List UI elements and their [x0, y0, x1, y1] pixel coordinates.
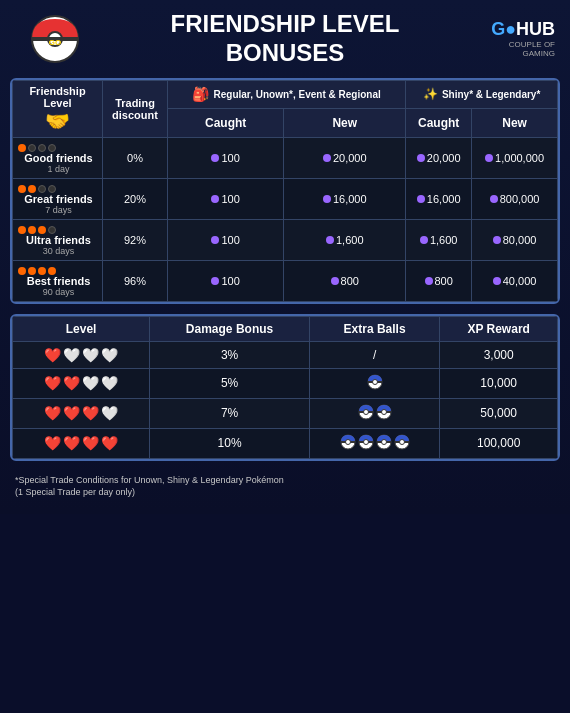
- trade-header-row1: Friendship Level 🤝 Trading discount 🎒 Re…: [13, 80, 558, 109]
- gohub-sub: COUPLE OF GAMING: [475, 40, 555, 58]
- col-trading-header: Trading discount: [103, 80, 168, 137]
- svg-point-24: [399, 439, 404, 444]
- heart-full-icon: ❤️: [44, 347, 61, 363]
- new-cell-1: 16,000: [284, 178, 406, 219]
- discount-cell-1: 20%: [103, 178, 168, 219]
- shiny-new-cell-2: 80,000: [472, 219, 558, 260]
- heart-full-icon: ❤️: [63, 405, 80, 421]
- balls-cell-3: [309, 428, 439, 458]
- gohub-text: G●HUB: [475, 20, 555, 38]
- bonus-row-1: ❤️❤️🤍🤍 5% 10,000: [13, 368, 558, 398]
- heart-empty-icon: 🤍: [82, 347, 99, 363]
- friend-days-1: 7 days: [18, 205, 99, 215]
- gohub-logo: G●HUB COUPLE OF GAMING: [475, 20, 555, 58]
- heart-full-icon: ❤️: [101, 435, 118, 451]
- bonus-table-container: Level Damage Bonus Extra Balls XP Reward…: [10, 314, 560, 461]
- heart-full-icon: ❤️: [63, 375, 80, 391]
- col-shiny-header: ✨ Shiny* & Legendary*: [406, 80, 558, 109]
- new-cell-2: 1,600: [284, 219, 406, 260]
- damage-cell-0: 3%: [150, 341, 310, 368]
- ball-icon-1: [376, 404, 392, 423]
- xp-cell-0: 3,000: [440, 341, 558, 368]
- ball-icon-2: [376, 434, 392, 453]
- friendship-cell-3: Best friends 90 days: [13, 260, 103, 301]
- header: GO Friendship Level Bonuses G●HUB COUPLE…: [10, 10, 560, 68]
- damage-cell-2: 7%: [150, 398, 310, 428]
- shiny-new-cell-0: 1,000,000: [472, 137, 558, 178]
- balls-cell-2: [309, 398, 439, 428]
- new-cell-3: 800: [284, 260, 406, 301]
- heart-full-icon: ❤️: [82, 435, 99, 451]
- ball-icon-0: [358, 404, 374, 423]
- trade-tbody: Good friends 1 day 0% 100 20,000 20,000 …: [13, 137, 558, 301]
- shiny-new-cell-3: 40,000: [472, 260, 558, 301]
- shiny-caught-cell-0: 20,000: [406, 137, 472, 178]
- discount-cell-2: 92%: [103, 219, 168, 260]
- caught-cell-2: 100: [168, 219, 284, 260]
- ball-icon-3: [394, 434, 410, 453]
- heart-full-icon: ❤️: [63, 435, 80, 451]
- xp-cell-2: 50,000: [440, 398, 558, 428]
- bonus-header-row: Level Damage Bonus Extra Balls XP Reward: [13, 316, 558, 341]
- heart-full-icon: ❤️: [44, 375, 61, 391]
- xp-cell-1: 10,000: [440, 368, 558, 398]
- heart-full-icon: ❤️: [44, 435, 61, 451]
- friend-days-2: 30 days: [18, 246, 99, 256]
- bonus-row-0: ❤️🤍🤍🤍 3% / 3,000: [13, 341, 558, 368]
- balls-cell-1: [309, 368, 439, 398]
- friendship-cell-1: Great friends 7 days: [13, 178, 103, 219]
- footer-note: *Special Trade Conditions for Unown, Shi…: [10, 469, 560, 504]
- shiny-icon: ✨: [423, 87, 438, 101]
- svg-point-9: [363, 409, 368, 414]
- friend-name-0: Good friends: [18, 152, 99, 164]
- trade-table: Friendship Level 🤝 Trading discount 🎒 Re…: [12, 80, 558, 302]
- friend-days-3: 90 days: [18, 287, 99, 297]
- trade-row-1: Great friends 7 days 20% 100 16,000 16,0…: [13, 178, 558, 219]
- svg-point-21: [381, 439, 386, 444]
- pokemon-go-logo: GO: [15, 14, 95, 64]
- ball-icon-0: [340, 434, 356, 453]
- svg-point-15: [345, 439, 350, 444]
- pokeball-logo-icon: GO: [30, 14, 80, 64]
- regular-icon: 🎒: [192, 86, 209, 102]
- discount-cell-0: 0%: [103, 137, 168, 178]
- sub-new-2: New: [472, 109, 558, 138]
- discount-cell-3: 96%: [103, 260, 168, 301]
- col-xp-header: XP Reward: [440, 316, 558, 341]
- friend-name-3: Best friends: [18, 275, 99, 287]
- sub-caught-1: Caught: [168, 109, 284, 138]
- ball-icon-1: [358, 434, 374, 453]
- new-cell-0: 20,000: [284, 137, 406, 178]
- caught-cell-3: 100: [168, 260, 284, 301]
- shiny-caught-cell-2: 1,600: [406, 219, 472, 260]
- bonus-row-2: ❤️❤️❤️🤍 7% 50,000: [13, 398, 558, 428]
- heart-empty-icon: 🤍: [101, 405, 118, 421]
- heart-full-icon: ❤️: [44, 405, 61, 421]
- ball-icon-0: [367, 374, 383, 393]
- heart-empty-icon: 🤍: [63, 347, 80, 363]
- friend-days-0: 1 day: [18, 164, 99, 174]
- ball-slash: /: [373, 348, 376, 362]
- trade-row-3: Best friends 90 days 96% 100 800 800 40,…: [13, 260, 558, 301]
- level-cell-0: ❤️🤍🤍🤍: [13, 341, 150, 368]
- xp-cell-3: 100,000: [440, 428, 558, 458]
- title-block: Friendship Level Bonuses: [95, 10, 475, 68]
- shiny-caught-cell-1: 16,000: [406, 178, 472, 219]
- col-level-header: Level: [13, 316, 150, 341]
- col-balls-header: Extra Balls: [309, 316, 439, 341]
- handshake-icon: 🤝: [16, 109, 99, 133]
- caught-cell-0: 100: [168, 137, 284, 178]
- damage-cell-1: 5%: [150, 368, 310, 398]
- level-cell-1: ❤️❤️🤍🤍: [13, 368, 150, 398]
- col-friendship-header: Friendship Level 🤝: [13, 80, 103, 137]
- bonus-row-3: ❤️❤️❤️❤️ 10%: [13, 428, 558, 458]
- heart-empty-icon: 🤍: [101, 375, 118, 391]
- heart-empty-icon: 🤍: [101, 347, 118, 363]
- svg-point-12: [381, 409, 386, 414]
- friend-name-2: Ultra friends: [18, 234, 99, 246]
- page-title: Friendship Level Bonuses: [95, 10, 475, 68]
- level-cell-2: ❤️❤️❤️🤍: [13, 398, 150, 428]
- friend-name-1: Great friends: [18, 193, 99, 205]
- balls-cell-0: /: [309, 341, 439, 368]
- page-wrapper: GO Friendship Level Bonuses G●HUB COUPLE…: [0, 0, 570, 514]
